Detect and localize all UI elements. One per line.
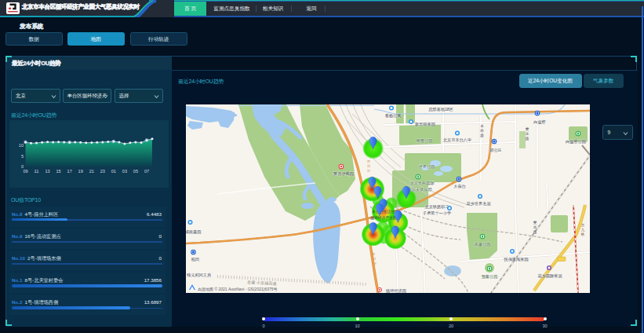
svg-text:大葆台: 大葆台	[453, 184, 466, 189]
svg-text:预薰公园: 预薰公园	[482, 274, 498, 280]
svg-text:丰: 丰	[480, 124, 484, 128]
svg-text:铁: 铁	[580, 232, 585, 236]
svg-text:环: 环	[366, 169, 370, 173]
svg-text:四: 四	[367, 164, 370, 168]
svg-text:羊: 羊	[526, 132, 529, 136]
svg-text:新华联家园: 新华联家园	[415, 122, 435, 126]
svg-text:科: 科	[480, 129, 484, 133]
svg-text:高德地图 © 2021 AutoNavi - GS(2021: 高德地图 © 2021 AutoNavi - GS(2021)6375号	[198, 287, 278, 292]
svg-text:城南嘉园: 城南嘉园	[186, 229, 201, 235]
svg-text:高鑫公园: 高鑫公园	[475, 242, 491, 247]
svg-text:北京铁路职工: 北京铁路职工	[424, 204, 449, 210]
svg-text:路: 路	[526, 137, 529, 141]
svg-text:世界公园: 世界公园	[419, 164, 435, 169]
svg-text:循环经济园: 循环经济园	[385, 288, 406, 293]
svg-text:路: 路	[480, 134, 484, 137]
svg-text:郭公庄: 郭公庄	[489, 148, 502, 153]
svg-text:羊: 羊	[533, 225, 537, 229]
svg-text:循环经济产业园: 循环经济产业园	[369, 215, 397, 221]
svg-text:路: 路	[533, 230, 537, 234]
svg-text:稻田: 稻田	[191, 257, 199, 262]
svg-text:四: 四	[373, 257, 376, 261]
svg-text:九: 九	[581, 228, 585, 232]
svg-text:独义村回王房: 独义村回王房	[187, 273, 211, 278]
svg-text:总部基地18区: 总部基地18区	[428, 107, 453, 112]
svg-text:看杨公寓: 看杨公寓	[385, 113, 402, 119]
svg-text:御景公园: 御景公园	[416, 137, 433, 142]
svg-text:北京市丰台八中: 北京市丰台八中	[442, 137, 471, 143]
svg-text:聚谷伊甸园: 聚谷伊甸园	[333, 171, 354, 177]
svg-text:白盆窑: 白盆窑	[533, 119, 546, 125]
svg-text:樊: 樊	[526, 127, 529, 131]
svg-text:北京华科国际: 北京华科国际	[409, 181, 434, 186]
svg-text:子弟第十一小学: 子弟第十一小学	[423, 210, 451, 215]
svg-text:京: 京	[581, 223, 585, 227]
svg-text:环: 环	[373, 262, 377, 265]
svg-text:樊: 樊	[533, 221, 537, 225]
svg-text:悦保康阅家园: 悦保康阅家园	[503, 257, 528, 262]
svg-text:白盆窑公园: 白盆窑公园	[566, 139, 586, 145]
svg-text:花乡世界名居: 花乡世界名居	[466, 201, 491, 207]
svg-text:花乡国际家居: 花乡国际家居	[537, 273, 562, 279]
svg-text:高尔夫俱乐部: 高尔夫俱乐部	[407, 187, 431, 192]
